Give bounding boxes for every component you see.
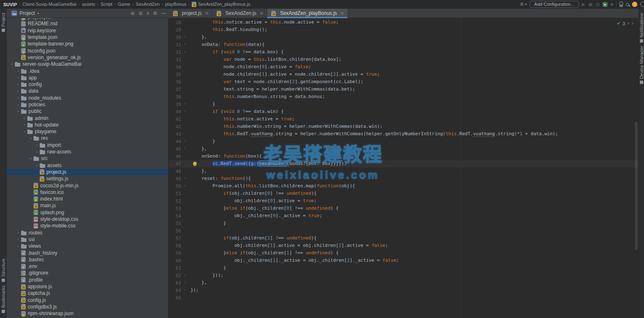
project-panel-header[interactable]: Project ▾ ⊕≣≡⚙—: [7, 9, 169, 18]
fold-marker-icon[interactable]: ˅: [182, 41, 188, 48]
profiler-icon[interactable]: ▣: [589, 2, 593, 7]
chevron-collapsed-icon[interactable]: ›: [15, 230, 21, 235]
code-line-52[interactable]: 52 obj.children[0].active = true;: [169, 197, 639, 205]
prev-problem-icon[interactable]: ˄: [627, 22, 629, 26]
tool-strip-item-device-manager[interactable]: Device Manager: [639, 46, 644, 84]
chevron-expanded-icon[interactable]: ›: [10, 61, 14, 67]
tree-item-favicon.ico[interactable]: favicon.ico: [7, 189, 168, 196]
close-icon[interactable]: ✕: [260, 11, 263, 16]
gutter[interactable]: 60: [169, 257, 191, 264]
gutter[interactable]: 44˄: [169, 138, 191, 145]
chevron-down-icon[interactable]: ▾: [37, 12, 39, 15]
code-line-28[interactable]: 28 this.notice.active = this.node.active…: [169, 19, 639, 26]
chevron-collapsed-icon[interactable]: ›: [34, 163, 40, 167]
tree-item-admin[interactable]: ›admin: [7, 115, 168, 121]
chevron-collapsed-icon[interactable]: ›: [34, 150, 40, 154]
chevron-collapsed-icon[interactable]: ›: [15, 244, 21, 249]
tree-item-configdbx3.js[interactable]: configdbx3.js: [7, 304, 168, 310]
tree-item-style-desktop.css[interactable]: style-desktop.css: [7, 216, 168, 222]
next-problem-icon[interactable]: ˅: [632, 22, 634, 26]
fold-marker-icon[interactable]: ˄: [182, 287, 188, 294]
code-line-51[interactable]: 51 if(obj.children[0] !== undefined){: [169, 190, 639, 197]
code-line-57[interactable]: 57 if(obj.children[1] !== undefined){: [169, 234, 639, 242]
chevron-collapsed-icon[interactable]: ›: [15, 89, 21, 93]
stop-icon[interactable]: ■: [610, 2, 613, 7]
gutter[interactable]: 50˅: [169, 182, 191, 190]
fold-marker-icon[interactable]: ˄: [182, 138, 188, 145]
code-editor[interactable]: 28 this.notice.active = this.node.active…: [169, 18, 639, 318]
tree-item-policies[interactable]: ›policies: [7, 101, 168, 108]
chevron-collapsed-icon[interactable]: ›: [22, 116, 27, 120]
tree-item-project.js[interactable]: project.js: [7, 169, 168, 175]
breadcrumb-item[interactable]: Client-Suvip-MuaGameBai: [22, 2, 76, 7]
code-line-30[interactable]: 30˄ },: [169, 33, 639, 41]
tree-item-.env[interactable]: .env: [7, 263, 168, 270]
gutter[interactable]: 29: [169, 26, 191, 33]
code-line-46[interactable]: 46 onSend: function(box){: [169, 153, 639, 160]
code-line-45[interactable]: 45˄ },: [169, 145, 639, 153]
fold-marker-icon[interactable]: ˄: [182, 33, 188, 41]
gutter[interactable]: 57: [169, 234, 191, 242]
code-line-58[interactable]: 58 obj.children[1].active = obj.children…: [169, 242, 639, 249]
close-icon[interactable]: ✕: [205, 11, 209, 16]
tool-strip-item-project[interactable]: Project: [1, 13, 6, 32]
code-line-38[interactable]: 38 this.numberBonus.string = data.bonus;: [169, 93, 639, 100]
fold-marker-icon[interactable]: ˅: [182, 175, 188, 182]
chevron-collapsed-icon[interactable]: ›: [22, 122, 27, 127]
fold-marker-icon[interactable]: ˄: [182, 272, 188, 279]
tree-item-.gitignore[interactable]: .gitignore: [7, 270, 168, 276]
gutter[interactable]: 64˄: [169, 287, 191, 294]
gutter[interactable]: 63˄: [169, 279, 191, 287]
tree-item-settings.js[interactable]: settings.js: [7, 175, 168, 182]
fold-marker-icon[interactable]: ˅: [182, 108, 188, 115]
toolbox-caret-icon[interactable]: ▾: [525, 3, 527, 6]
tree-item-README.md[interactable]: README.md: [7, 20, 168, 27]
editor-scrollbar[interactable]: [635, 122, 638, 250]
code-line-54[interactable]: 54 obj._children[0]._active = true;: [169, 212, 639, 220]
code-line-62[interactable]: 62˄ }));: [169, 272, 639, 279]
code-line-50[interactable]: 50˅ Promise.all(this.listBox.children.ma…: [169, 182, 639, 190]
gutter[interactable]: 39˄: [169, 100, 191, 108]
chevron-expanded-icon[interactable]: ›: [16, 108, 21, 114]
tool-strip-item-notifications[interactable]: Notifications: [639, 13, 644, 43]
gutter[interactable]: 42: [169, 123, 191, 130]
tree-item-.bash_history[interactable]: .bash_history: [7, 249, 168, 256]
tree-item-captcha.js[interactable]: captcha.js: [7, 290, 168, 296]
code-line-55[interactable]: 55 }: [169, 220, 639, 227]
code-line-53[interactable]: 53 }else if(obj._children[0] !== undefin…: [169, 205, 639, 212]
tree-item-src[interactable]: ›src: [7, 155, 168, 162]
gutter[interactable]: 52: [169, 197, 191, 205]
tree-item-server-suvip-MuaGameBai[interactable]: ›server-suvip-MuaGameBai: [7, 61, 168, 67]
gutter[interactable]: 65: [169, 294, 191, 301]
chevron-expanded-icon[interactable]: ›: [29, 135, 33, 141]
locate-icon[interactable]: ⊕: [130, 11, 135, 16]
gutter[interactable]: 41: [169, 115, 191, 123]
chevron-collapsed-icon[interactable]: ›: [15, 75, 21, 80]
code-line-43[interactable]: 43 this.RedT.vuathang.string = helper.nu…: [169, 130, 639, 138]
tab-SexAndZen_playBonus.js[interactable]: SexAndZen_playBonus.js✕: [267, 9, 348, 18]
code-line-42[interactable]: 42 this.numberWin.string = helper.number…: [169, 123, 639, 130]
chevron-expanded-icon[interactable]: ›: [22, 129, 27, 134]
tree-item-.idea[interactable]: ›.idea: [7, 67, 168, 74]
tree-item-appstore.js[interactable]: appstore.js: [7, 283, 168, 290]
gutter[interactable]: 32˅: [169, 48, 191, 56]
tree-item-views[interactable]: ›views: [7, 243, 168, 249]
gutter[interactable]: 40˅: [169, 108, 191, 115]
gutter[interactable]: 47: [169, 160, 191, 167]
tree-item-public[interactable]: ›public: [7, 108, 168, 115]
attach-debugger-icon[interactable]: ▶: [603, 2, 608, 7]
gutter[interactable]: 53: [169, 205, 191, 212]
search-everywhere-icon[interactable]: [626, 3, 629, 6]
gutter[interactable]: 54: [169, 212, 191, 220]
code-line-37[interactable]: 37 text.string = helper.numberWithCommas…: [169, 86, 639, 93]
fold-marker-icon[interactable]: ˅: [182, 182, 188, 190]
toolbox-icon[interactable]: ⚙: [520, 2, 524, 7]
settings-gear-icon[interactable]: ⚙: [153, 11, 157, 16]
code-line-60[interactable]: 60 obj._children[1]._active = obj._child…: [169, 257, 639, 264]
tree-item-main.js[interactable]: main.js: [7, 202, 168, 209]
close-icon[interactable]: ✕: [340, 11, 344, 16]
gutter[interactable]: 34: [169, 63, 191, 71]
tree-item-raw-assets[interactable]: ›raw-assets: [7, 148, 168, 155]
tree-item-config.js[interactable]: config.js: [7, 296, 168, 303]
tree-item-data[interactable]: ›data: [7, 88, 168, 94]
